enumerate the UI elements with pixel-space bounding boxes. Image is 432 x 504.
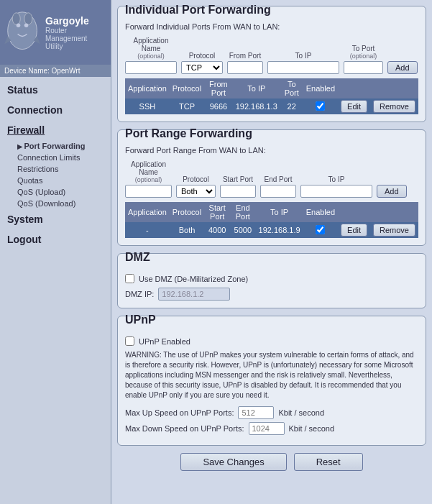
- pr-row-enabled[interactable]: [303, 222, 338, 238]
- pr-th-edit: [338, 202, 370, 222]
- dmz-enable-label: Use DMZ (De-Militarized Zone): [139, 275, 248, 283]
- range-remove-button[interactable]: Remove: [373, 224, 415, 237]
- individual-port-forwarding-title: Individual Port Forwarding: [118, 1, 426, 21]
- svg-point-4: [24, 24, 29, 28]
- pr-th-remove: [370, 202, 418, 222]
- svg-point-1: [12, 13, 20, 25]
- pr-row-toip: 192.168.1.9: [256, 222, 303, 238]
- proto-col-label: Protocol: [181, 52, 223, 60]
- individual-app-input[interactable]: [125, 61, 177, 74]
- range-end-col-label: End Port: [260, 175, 296, 183]
- row-enabled[interactable]: [303, 98, 338, 114]
- row-toport: 22: [280, 98, 303, 114]
- dmz-title: DMZ: [118, 248, 426, 268]
- row-app: SSH: [125, 98, 170, 114]
- app-name-col-label: Name: [125, 45, 177, 52]
- individual-add-button[interactable]: Add: [387, 61, 418, 74]
- individual-port-table: Application Protocol From Port To IP To …: [125, 78, 418, 114]
- upnp-enable-label: UPnP Enabled: [139, 337, 190, 346]
- sidebar-subnav-firewall: Port Forwarding Connection Limits Restri…: [0, 140, 111, 209]
- sidebar-item-restrictions[interactable]: Restrictions: [13, 163, 111, 175]
- sidebar-item-firewall[interactable]: Firewall: [0, 120, 111, 140]
- individual-form-input-row: TCPUDPBoth Add: [125, 61, 418, 74]
- range-endport-input[interactable]: [260, 185, 296, 198]
- pr-row-remove-cell[interactable]: Remove: [370, 222, 418, 238]
- individual-toport-input[interactable]: [344, 61, 383, 74]
- sidebar-item-qos-upload[interactable]: QoS (Upload): [13, 186, 111, 198]
- sidebar-item-port-forwarding[interactable]: Port Forwarding: [13, 140, 111, 152]
- sidebar-item-quotas[interactable]: Quotas: [13, 175, 111, 186]
- range-toip-col-label: To IP: [300, 175, 372, 183]
- range-proto-select[interactable]: BothTCPUDP: [176, 185, 216, 198]
- upnp-warning-text: WARNING: The use of UPnP makes your syst…: [125, 350, 418, 400]
- upnp-enable-row: UPnP Enabled: [125, 336, 418, 346]
- pr-row-edit-cell[interactable]: Edit: [338, 222, 370, 238]
- row-proto: TCP: [170, 98, 204, 114]
- upnp-max-down-label: Max Down Speed on UPnP Ports:: [125, 424, 244, 433]
- individual-edit-button[interactable]: Edit: [341, 100, 367, 113]
- upnp-max-up-row: Max Up Speed on UPnP Ports: Kbit / secon…: [125, 406, 418, 419]
- range-edit-button[interactable]: Edit: [341, 224, 367, 237]
- toport-optional-col-label: (optional): [344, 52, 383, 60]
- pr-th-start: Start Port: [204, 202, 230, 222]
- fromport-col-label: From Port: [227, 52, 263, 60]
- range-add-button[interactable]: Add: [377, 185, 407, 198]
- range-toip-input[interactable]: [300, 185, 372, 198]
- range-proto-col-label: Protocol: [176, 175, 216, 183]
- upnp-max-down-unit: Kbit / second: [289, 424, 335, 433]
- sidebar-nav: Status Connection Firewall Port Forwardi…: [0, 77, 111, 252]
- th-toport: To Port: [280, 78, 303, 98]
- individual-remove-button[interactable]: Remove: [373, 100, 415, 113]
- port-range-forwarding-section: Port Range Forwarding Forward Port Range…: [117, 129, 426, 246]
- sidebar: Gargoyle Router Management Utility Devic…: [0, 0, 111, 504]
- dmz-enabled-checkbox[interactable]: [125, 274, 134, 283]
- pr-row-enabled-checkbox[interactable]: [316, 225, 325, 234]
- th-fromport: From Port: [204, 78, 233, 98]
- dmz-ip-label: DMZ IP:: [125, 290, 154, 298]
- svg-point-2: [24, 13, 32, 25]
- range-startport-input[interactable]: [220, 185, 256, 198]
- dmz-ip-input[interactable]: [158, 288, 230, 301]
- pr-th-proto: Protocol: [170, 202, 204, 222]
- reset-button[interactable]: Reset: [294, 453, 363, 471]
- pr-row-end: 5000: [230, 222, 255, 238]
- individual-fromport-input[interactable]: [227, 61, 263, 74]
- range-app-input[interactable]: [125, 185, 172, 198]
- range-form-headers: Application Name (optional) Protocol Sta…: [125, 160, 418, 183]
- row-remove-cell[interactable]: Remove: [370, 98, 418, 114]
- th-toip: To IP: [233, 78, 280, 98]
- th-edit: [338, 78, 370, 98]
- port-range-subtitle: Forward Port Range From WAN to LAN:: [125, 146, 418, 155]
- sidebar-item-connection-limits[interactable]: Connection Limits: [13, 152, 111, 163]
- table-row: - Both 4000 5000 192.168.1.9 Edit Remove: [125, 222, 418, 238]
- sidebar-item-status[interactable]: Status: [0, 80, 111, 100]
- app-col-label: Application: [125, 37, 177, 45]
- individual-proto-select[interactable]: TCPUDPBoth: [181, 61, 223, 74]
- save-changes-button[interactable]: Save Changes: [180, 453, 286, 471]
- th-app: Application: [125, 78, 170, 98]
- upnp-max-down-input[interactable]: [249, 422, 285, 435]
- row-enabled-checkbox[interactable]: [316, 101, 325, 111]
- sidebar-item-logout[interactable]: Logout: [0, 229, 111, 249]
- range-app-col-label: Application: [125, 160, 172, 168]
- svg-point-3: [17, 24, 21, 28]
- row-toip: 192.168.1.3: [233, 98, 280, 114]
- port-range-table: Application Protocol Start Port End Port…: [125, 202, 418, 238]
- dmz-ip-row: DMZ IP:: [125, 288, 418, 301]
- individual-form-headers: Application Name (optional) Protocol Fro…: [125, 37, 418, 60]
- th-remove: [370, 78, 418, 98]
- row-edit-cell[interactable]: Edit: [338, 98, 370, 114]
- range-form-input-row: BothTCPUDP Add: [125, 185, 418, 198]
- sidebar-item-connection[interactable]: Connection: [0, 100, 111, 120]
- th-enabled: Enabled: [303, 78, 338, 98]
- sidebar-item-qos-download[interactable]: QoS (Download): [13, 198, 111, 209]
- individual-toip-input[interactable]: [267, 61, 339, 74]
- individual-port-forwarding-section: Individual Port Forwarding Forward Indiv…: [117, 6, 426, 122]
- upnp-max-up-input[interactable]: [238, 406, 274, 419]
- upnp-enabled-checkbox[interactable]: [125, 336, 134, 346]
- port-range-title: Port Range Forwarding: [118, 124, 426, 145]
- th-proto: Protocol: [170, 78, 204, 98]
- sidebar-item-system[interactable]: System: [0, 209, 111, 229]
- toip-col-label: To IP: [267, 52, 339, 60]
- upnp-max-up-label: Max Up Speed on UPnP Ports:: [125, 408, 234, 417]
